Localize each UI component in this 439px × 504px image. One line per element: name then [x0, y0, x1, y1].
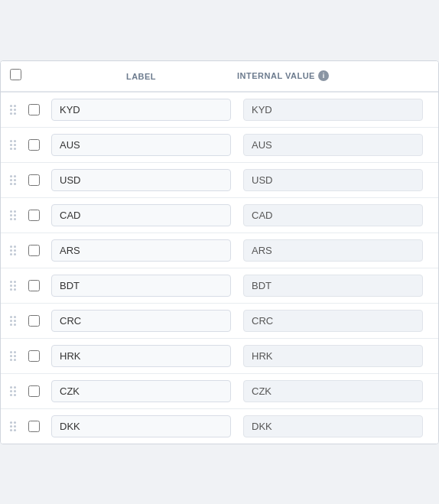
row-label-col	[45, 239, 237, 262]
label-input[interactable]	[51, 239, 231, 262]
drag-dot	[14, 324, 16, 326]
label-input[interactable]	[51, 310, 231, 332]
row-checkbox-col	[22, 350, 45, 362]
label-input[interactable]	[51, 415, 231, 437]
internal-value-display: CRC	[243, 310, 423, 332]
drag-dot	[14, 359, 16, 361]
row-checkbox[interactable]	[28, 245, 40, 256]
drag-dot	[14, 140, 16, 142]
drag-dot	[14, 214, 16, 216]
internal-value-col-text: INTERNAL VALUE	[237, 71, 315, 80]
label-input[interactable]	[51, 169, 231, 191]
row-checkbox-col	[22, 421, 45, 432]
drag-dot	[10, 390, 12, 392]
row-checkbox[interactable]	[28, 350, 40, 362]
row-checkbox-col	[22, 104, 45, 115]
row-checkbox-col	[22, 210, 45, 221]
row-checkbox[interactable]	[28, 421, 40, 432]
drag-dot-row	[10, 394, 22, 396]
drag-handle[interactable]	[10, 138, 22, 151]
internal-value-column-header: INTERNAL VALUE i	[237, 70, 429, 81]
drag-dot	[10, 105, 12, 107]
drag-dot	[14, 109, 16, 111]
drag-handle[interactable]	[10, 174, 22, 187]
row-checkbox[interactable]	[28, 315, 40, 327]
drag-dot	[10, 281, 12, 283]
drag-dot	[14, 429, 16, 431]
row-label-col	[45, 99, 237, 121]
internal-value-info-icon[interactable]: i	[318, 70, 329, 81]
drag-dot	[14, 105, 16, 107]
row-label-col	[45, 380, 237, 402]
label-column-header: LABEL	[45, 69, 237, 83]
row-internal-col: BDT	[237, 275, 429, 297]
row-checkbox[interactable]	[28, 385, 40, 397]
row-label-col	[45, 415, 237, 437]
drag-dot	[10, 218, 12, 220]
drag-dot	[10, 245, 12, 248]
row-checkbox[interactable]	[28, 280, 40, 291]
drag-handle[interactable]	[10, 314, 22, 327]
drag-dot	[10, 210, 12, 213]
label-input[interactable]	[51, 380, 231, 402]
label-input[interactable]	[51, 134, 231, 156]
drag-dot-row	[10, 421, 22, 424]
row-label-col	[45, 345, 237, 367]
drag-dot	[14, 281, 16, 283]
drag-dot	[14, 183, 16, 185]
drag-dot	[14, 351, 16, 353]
row-label-col	[45, 204, 237, 226]
row-checkbox[interactable]	[28, 210, 40, 221]
row-internal-col: HRK	[237, 345, 429, 367]
drag-handle[interactable]	[10, 103, 22, 116]
label-input[interactable]	[51, 99, 231, 121]
drag-dot-row	[10, 288, 22, 291]
row-checkbox-col	[22, 139, 45, 151]
drag-dot-row	[10, 105, 22, 107]
drag-dot	[10, 359, 12, 361]
drag-handle[interactable]	[10, 385, 22, 398]
row-internal-col: DKK	[237, 415, 429, 437]
drag-dot	[10, 249, 12, 252]
row-internal-col: CRC	[237, 310, 429, 332]
drag-handle[interactable]	[10, 209, 22, 222]
drag-dot-row	[10, 144, 22, 146]
row-checkbox[interactable]	[28, 174, 40, 186]
table-row: HRK	[1, 339, 438, 374]
row-label-col	[45, 310, 237, 332]
drag-dot-row	[10, 140, 22, 142]
drag-dot	[10, 394, 12, 396]
drag-handle[interactable]	[10, 244, 22, 257]
label-input[interactable]	[51, 275, 231, 297]
drag-dot	[14, 320, 16, 322]
table-row: ARS	[1, 233, 438, 268]
drag-handle[interactable]	[10, 279, 22, 292]
table-row: CRC	[1, 304, 438, 339]
drag-handle[interactable]	[10, 350, 22, 363]
drag-dot	[10, 148, 12, 150]
drag-dot-row	[10, 175, 22, 177]
label-col-text: LABEL	[126, 72, 156, 81]
drag-dot-row	[10, 249, 22, 252]
row-checkbox-col	[22, 385, 45, 397]
drag-dot	[10, 285, 12, 287]
table-row: CAD	[1, 198, 438, 233]
row-label-col	[45, 275, 237, 297]
row-checkbox-col	[22, 245, 45, 256]
drag-dot-row	[10, 109, 22, 111]
row-checkbox-col	[22, 280, 45, 291]
table-row: KYD	[1, 93, 438, 128]
row-checkbox[interactable]	[28, 139, 40, 151]
internal-value-display: USD	[243, 169, 423, 191]
row-internal-col: CZK	[237, 380, 429, 402]
drag-dot-row	[10, 351, 22, 353]
row-checkbox[interactable]	[28, 104, 40, 115]
drag-dot-row	[10, 281, 22, 283]
label-input[interactable]	[51, 204, 231, 226]
select-all-checkbox[interactable]	[10, 69, 21, 80]
table-row: CZK	[1, 374, 438, 409]
drag-dot	[10, 179, 12, 181]
label-input[interactable]	[51, 345, 231, 367]
drag-handle[interactable]	[10, 420, 22, 433]
drag-dot	[14, 425, 16, 428]
